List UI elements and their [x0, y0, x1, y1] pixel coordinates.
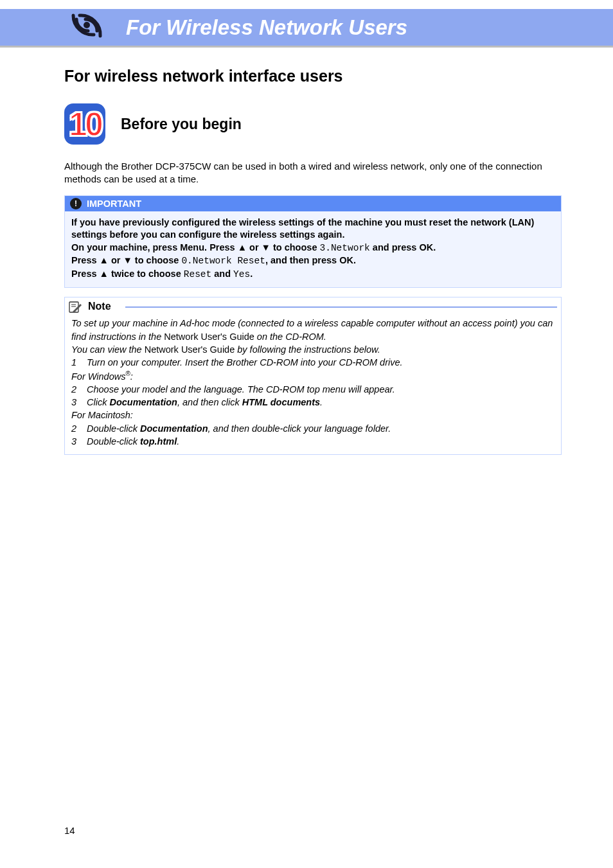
important-line3c: to choose — [132, 255, 182, 265]
important-line2b: or — [247, 242, 262, 252]
list-text: Click Documentation, and then click HTML… — [87, 396, 323, 409]
list-item: 3Double-click top.html. — [71, 435, 555, 448]
wifi-icon — [64, 8, 109, 46]
important-line3a: Press — [71, 255, 100, 265]
windows-label: For Windows®: — [71, 369, 555, 383]
svg-point-0 — [84, 22, 90, 28]
arrow-down-1: ▼ — [262, 242, 271, 252]
step-number: 10 — [69, 107, 101, 141]
list-num: 1 — [71, 356, 78, 369]
intro-paragraph: Although the Brother DCP-375CW can be us… — [64, 160, 562, 186]
list-item: 1Turn on your computer. Insert the Broth… — [71, 356, 555, 369]
list-num: 2 — [71, 422, 78, 435]
note-rule — [125, 306, 557, 308]
important-line3b: or — [109, 255, 123, 265]
header-title: For Wireless Network Users — [126, 15, 407, 40]
important-line1: If you have previously configured the wi… — [71, 217, 534, 240]
list-item: 3Click Documentation, and then click HTM… — [71, 396, 555, 409]
note-p2c: by following the instructions below. — [235, 344, 380, 355]
exclamation-icon: ! — [70, 198, 82, 209]
note-callout: Note To set up your machine in Ad-hoc mo… — [64, 297, 562, 455]
registered-mark: ® — [125, 370, 130, 377]
code-network: 3.Network — [320, 243, 370, 253]
note-p1c: on the CD-ROM. — [254, 332, 326, 342]
note-header: Note — [65, 297, 561, 313]
list-text: Double-click Documentation, and then dou… — [87, 422, 391, 435]
content-area: For wireless network interface users 10 … — [0, 48, 613, 455]
page-number: 14 — [64, 825, 75, 836]
list-text: Choose your model and the language. The … — [87, 383, 395, 396]
list-item: 2Choose your model and the language. The… — [71, 383, 555, 396]
note-body: To set up your machine in Ad-hoc mode (c… — [65, 313, 561, 454]
note-p2b: Network User's Guide — [145, 344, 235, 355]
note-p1b: Network User's Guide — [164, 332, 254, 342]
step-number-badge: 10 — [64, 103, 105, 145]
page-header: For Wireless Network Users — [0, 9, 613, 48]
important-line2d: and press OK. — [370, 242, 436, 252]
list-item: 2Double-click Documentation, and then do… — [71, 422, 555, 435]
arrow-down-2: ▼ — [123, 255, 132, 265]
step-heading: 10 Before you begin — [64, 103, 562, 145]
important-line4b: twice to choose — [109, 269, 184, 279]
arrow-up-3: ▲ — [100, 269, 109, 279]
mac-label: For Macintosh: — [71, 409, 555, 421]
code-reset: Reset — [184, 269, 212, 279]
arrow-up-1: ▲ — [238, 242, 247, 252]
list-num: 2 — [71, 383, 78, 396]
arrow-up-2: ▲ — [100, 255, 109, 265]
note-list: 1Turn on your computer. Insert the Broth… — [71, 356, 555, 448]
list-num: 3 — [71, 396, 78, 409]
pencil-icon — [69, 300, 83, 313]
note-label: Note — [88, 301, 120, 312]
important-line3d: , and then press OK. — [265, 255, 356, 265]
code-yes: Yes — [233, 269, 250, 279]
list-text: Turn on your computer. Insert the Brothe… — [87, 356, 403, 369]
list-num: 3 — [71, 435, 78, 448]
important-header: ! IMPORTANT — [65, 196, 561, 211]
section-title: For wireless network interface users — [64, 67, 562, 85]
code-network-reset: 0.Network Reset — [181, 256, 265, 266]
important-line4d: . — [250, 269, 253, 279]
note-p2a: You can view the — [71, 344, 145, 355]
important-callout: ! IMPORTANT If you have previously confi… — [64, 195, 562, 288]
important-line2a: On your machine, press Menu. Press — [71, 242, 238, 252]
important-line2c: to choose — [271, 242, 320, 252]
important-line4c: and — [211, 269, 233, 279]
important-body: If you have previously configured the wi… — [65, 211, 561, 288]
important-label: IMPORTANT — [87, 199, 141, 209]
important-line4a: Press — [71, 269, 100, 279]
list-text: Double-click top.html. — [87, 435, 179, 448]
step-title: Before you begin — [121, 116, 242, 133]
